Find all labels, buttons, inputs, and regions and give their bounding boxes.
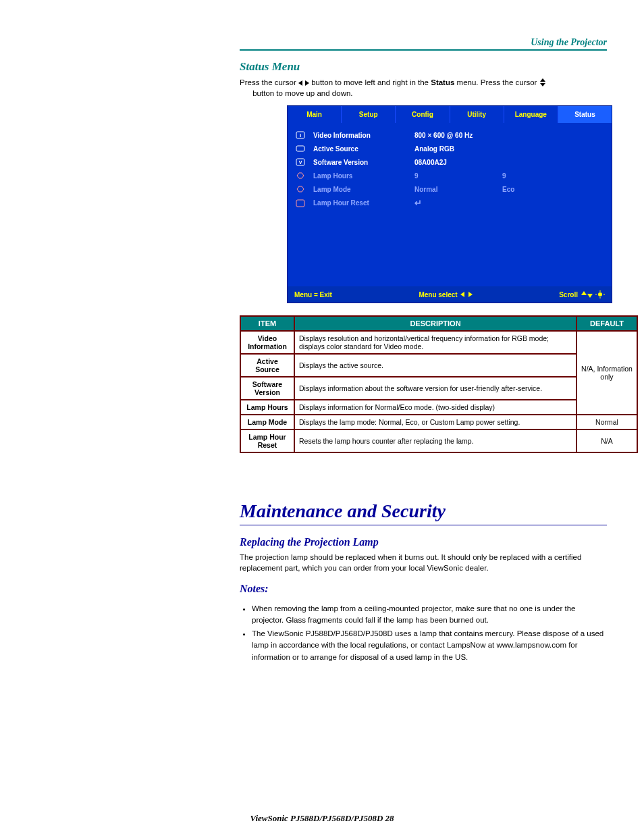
notes-list: When removing the lamp from a ceiling-mo… (240, 603, 607, 663)
table-row: Lamp Mode Displays the lamp mode: Normal… (240, 415, 637, 429)
section-title-status-menu: Status Menu (240, 60, 607, 74)
reset-icon (294, 199, 306, 208)
lamp-icon (294, 184, 306, 194)
page-footer: ViewSonic PJ588D/PJ568D/PJ508D 28 (0, 813, 644, 824)
svg-marker-2 (540, 78, 545, 82)
osd-footer-menu-select: Menu select (419, 291, 472, 298)
arrow-left-right-icon (298, 78, 309, 86)
osd-tab-main[interactable]: Main (288, 106, 342, 123)
subsection-replacing-lamp: Replacing the Projection Lamp (240, 536, 607, 548)
osd-tab-status[interactable]: Status (558, 106, 612, 123)
lightbulb-icon (595, 290, 605, 298)
osd-menu-screenshot: Main Setup Config Utility Language Statu… (287, 105, 612, 303)
version-icon: V (294, 157, 306, 167)
arrow-up-down-icon (581, 291, 593, 298)
osd-row-lamp-mode: Lamp Mode Normal Eco (294, 182, 605, 196)
osd-footer-exit: Menu = Exit (294, 291, 332, 298)
osd-body: i Video Information 800 × 600 @ 60 Hz Ac… (288, 123, 612, 286)
svg-marker-10 (460, 292, 464, 297)
svg-marker-3 (540, 83, 545, 86)
osd-row-lamp-hours: Lamp Hours 9 9 (294, 169, 605, 182)
header-divider (240, 49, 607, 51)
svg-marker-12 (581, 291, 587, 295)
svg-marker-11 (468, 292, 473, 297)
osd-row-lamp-hour-reset: Lamp Hour Reset ↵ (294, 196, 605, 210)
osd-tab-utility[interactable]: Utility (450, 106, 504, 123)
svg-rect-6 (296, 146, 304, 151)
osd-row-software-version: V Software Version 08A00A2J (294, 155, 605, 169)
page-header: Using the Projector (240, 37, 607, 48)
table-row: Lamp Hour Reset Resets the lamp hours co… (240, 429, 637, 452)
lamp-icon (294, 171, 306, 180)
table-row: Video Information Displays resolution an… (240, 331, 637, 354)
source-icon (294, 144, 306, 153)
svg-rect-9 (296, 200, 304, 207)
arrow-up-down-icon (539, 78, 546, 86)
arrow-left-right-icon (460, 291, 473, 298)
osd-tab-config[interactable]: Config (396, 106, 450, 123)
svg-marker-13 (587, 294, 593, 298)
osd-row-active-source: Active Source Analog RGB (294, 142, 605, 155)
osd-tab-language[interactable]: Language (504, 106, 558, 123)
section-title-maintenance: Maintenance and Security (240, 500, 607, 522)
table-header-row: ITEM DESCRIPTION DEFAULT (240, 316, 637, 331)
table-header-item: ITEM (240, 316, 294, 331)
svg-text:V: V (299, 160, 302, 165)
svg-point-14 (598, 292, 602, 296)
osd-footer-scroll: Scroll (559, 290, 605, 298)
osd-tab-bar: Main Setup Config Utility Language Statu… (288, 106, 612, 123)
svg-marker-1 (305, 80, 309, 86)
osd-tab-setup[interactable]: Setup (342, 106, 396, 123)
subsection-notes: Notes: (240, 583, 607, 595)
svg-marker-0 (298, 80, 302, 86)
table-header-description: DESCRIPTION (294, 316, 576, 331)
svg-text:i: i (300, 132, 301, 138)
status-menu-table: ITEM DESCRIPTION DEFAULT Video Informati… (240, 315, 638, 453)
replacing-lamp-text: The projection lamp should be replaced w… (240, 552, 607, 573)
info-icon: i (294, 130, 306, 140)
maintenance-divider (240, 525, 607, 525)
list-item: The ViewSonic PJ588D/PJ568D/PJ508D uses … (252, 628, 607, 663)
table-header-default: DEFAULT (576, 316, 637, 331)
intro-paragraph: Press the cursor button to move left and… (240, 78, 607, 99)
osd-row-video-information: i Video Information 800 × 600 @ 60 Hz (294, 128, 605, 142)
osd-footer: Menu = Exit Menu select Scroll (288, 286, 612, 303)
list-item: When removing the lamp from a ceiling-mo… (252, 603, 607, 627)
